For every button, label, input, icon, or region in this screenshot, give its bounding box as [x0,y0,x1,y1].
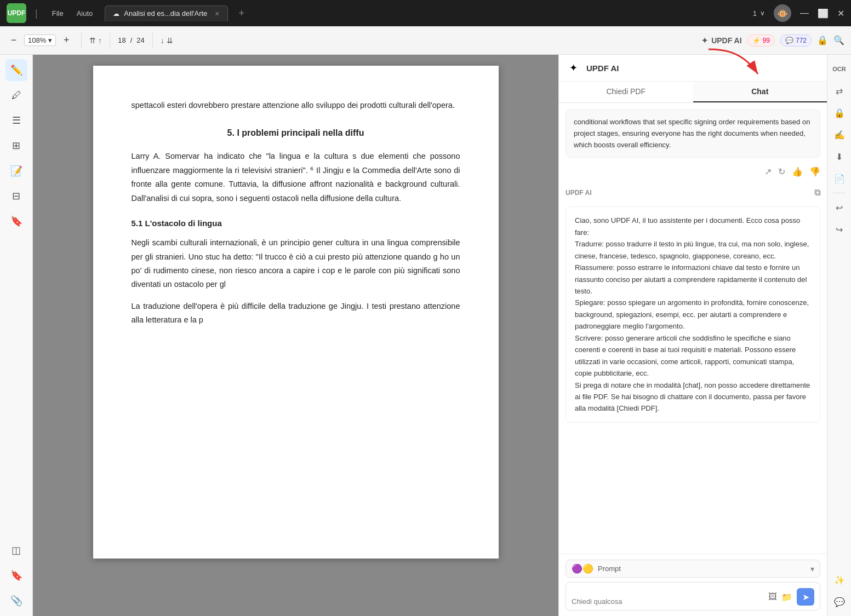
msg-value: 772 [796,37,807,44]
zoom-in-button[interactable]: + [59,33,73,48]
page-nav-arrows-next: ↓ ⇊ [161,36,173,45]
sidebar-icon-stamp[interactable]: 🔖 [5,210,27,232]
chat-input[interactable] [572,597,764,606]
page-separator: / [130,36,133,44]
sidebar-icon-bookmark[interactable]: 🔖 [5,565,27,586]
toolbar: − 108% ▾ + ⇈ ↑ 18 / 24 ↓ ⇊ ✦ UPDF AI ⚡ 9… [0,26,851,55]
ai-tabs: Chiedi PDF Chat [559,82,827,103]
tab-cloud-icon: ☁ [113,10,119,18]
titlebar-right: 1 ∨ 🐵 — ⬜ ✕ [753,4,844,22]
right-sidebar: OCR ⇄ 🔒 ✍ ⬇ 📄 ↩ ↪ ✨ 💬 [827,55,851,616]
ai-input-area: 🟣🟡 Prompt ▾ 🖼 📁 ➤ [559,554,827,616]
zoom-percent: 108% [28,36,46,44]
updf-ai-label-row: UPDF AI ⧉ [566,186,820,200]
ai-previous-response: conditional workflows that set specific … [566,110,820,158]
download-icon[interactable]: ⬇ [831,148,848,165]
close-button[interactable]: ✕ [837,8,844,19]
sidebar-icon-note[interactable]: 📝 [5,160,27,182]
messages-badge[interactable]: 💬 772 [780,34,812,47]
right-sidebar-separator [833,193,846,193]
zoom-controls: − 108% ▾ + [7,33,73,48]
pdf-heading-1: 5. I problemi principali nella diffu [132,125,460,141]
image-upload-button[interactable]: 🖼 [768,592,777,602]
sidebar-icon-grid[interactable]: ⊞ [5,135,27,157]
page-nav-chevron[interactable]: ∨ [760,9,765,17]
page-number: 1 [753,9,757,18]
page-nav-arrows: ⇈ ↑ [89,36,102,45]
main-layout: ✏️ 🖊 ☰ ⊞ 📝 ⊟ 🔖 ◫ 🔖 📎 spettacoli esteri d… [0,55,851,616]
thumbdown-button[interactable]: 👎 [809,166,820,177]
toolbar-separator-1 [81,33,82,48]
toolbar-right: ✦ UPDF AI ⚡ 99 💬 772 🔒 🔍 [701,34,844,47]
search-button[interactable]: 🔍 [833,35,844,45]
ocr-icon[interactable]: OCR [831,60,848,78]
next-page-button[interactable]: ↓ [161,36,164,45]
ai-label: UPDF AI [711,36,741,45]
prompt-chevron-icon: ▾ [810,565,814,573]
titlebar: UPDF | File Aiuto ☁ Analisi ed es...dia … [0,0,851,26]
ai-logo-icon: ✦ [701,36,708,45]
menu-file[interactable]: File [47,7,69,20]
zoom-value-display[interactable]: 108% ▾ [24,34,56,46]
points-value: 99 [763,37,770,44]
toolbar-separator-3 [152,33,153,48]
ai-panel-title: UPDF AI [586,64,619,73]
ai-panel: ✦ UPDF AI Chiedi PDF Chat conditional wo… [558,55,827,616]
new-tab-button[interactable]: + [239,8,245,19]
toolbar-separator-2 [110,33,110,48]
minimize-button[interactable]: — [800,8,809,19]
chat-bottom-icon[interactable]: 💬 [831,593,848,611]
avatar[interactable]: 🐵 [774,4,791,22]
external-link-button[interactable]: ↗ [764,166,772,177]
sidebar-icon-list[interactable]: ☰ [5,110,27,131]
updf-ai-button[interactable]: ✦ UPDF AI [701,36,741,45]
prompt-label: Prompt [598,565,806,573]
undo-icon[interactable]: ↩ [831,199,848,216]
first-page-button[interactable]: ⇈ [89,36,96,45]
lock-button[interactable]: 🔒 [817,35,828,45]
prompt-selector[interactable]: 🟣🟡 Prompt ▾ [566,560,820,578]
restore-button[interactable]: ⬜ [818,8,829,19]
zoom-out-button[interactable]: − [7,33,21,48]
last-page-button[interactable]: ⇊ [167,36,173,45]
sidebar-icon-highlight[interactable]: 🖊 [5,84,27,106]
pdf-paragraph-1: spettacoli esteri dovrebbero prestare at… [132,99,460,112]
redo-icon[interactable]: ↪ [831,221,848,238]
tab-ask-pdf[interactable]: Chiedi PDF [559,82,693,102]
organize-icon[interactable]: 📄 [831,170,848,187]
refresh-button[interactable]: ↻ [778,166,785,177]
welcome-message: Ciao, sono UPDF AI, il tuo assistente pe… [566,206,820,422]
file-upload-button[interactable]: 📁 [781,592,792,602]
sidebar-icon-attach[interactable]: 📎 [5,590,27,612]
sidebar-icon-edit[interactable]: ✏️ [5,59,27,81]
points-badge[interactable]: ⚡ 99 [747,34,775,47]
ai-messages[interactable]: conditional workflows that set specific … [559,103,827,554]
pdf-paragraph-3: Negli scambi culturali internazionali, è… [132,236,460,292]
ai-magic-icon[interactable]: ✨ [831,571,848,589]
msg-icon: 💬 [785,37,793,44]
tab-close-button[interactable]: × [215,9,219,18]
updf-ai-label-text: UPDF AI [566,189,592,197]
sidebar-icon-layers[interactable]: ◫ [5,539,27,561]
prev-page-button[interactable]: ↑ [98,36,102,45]
copy-button[interactable]: ⧉ [814,188,820,198]
convert-icon[interactable]: ⇄ [831,82,848,100]
menu-help[interactable]: Aiuto [71,7,99,20]
active-tab[interactable]: ☁ Analisi ed es...dia dell'Arte × [105,5,227,21]
tab-chat[interactable]: Chat [693,82,827,102]
zoom-dropdown-chevron: ▾ [48,36,52,44]
ai-panel-logo: ✦ [566,60,581,76]
left-sidebar: ✏️ 🖊 ☰ ⊞ 📝 ⊟ 🔖 ◫ 🔖 📎 [0,55,33,616]
page-navigation: 1 ∨ [753,9,765,18]
window-controls: — ⬜ ✕ [800,8,844,19]
prompt-dots-icon: 🟣🟡 [572,563,593,574]
thumbup-button[interactable]: 👍 [792,166,803,177]
send-button[interactable]: ➤ [797,588,814,606]
sign-icon[interactable]: ✍ [831,126,848,143]
message-actions: ↗ ↻ 👍 👎 [566,164,820,179]
protect-icon[interactable]: 🔒 [831,104,848,122]
sidebar-icon-table[interactable]: ⊟ [5,185,27,207]
title-separator: | [35,8,38,19]
tab-title: Analisi ed es...dia dell'Arte [124,9,207,18]
app-logo: UPDF [7,3,26,23]
